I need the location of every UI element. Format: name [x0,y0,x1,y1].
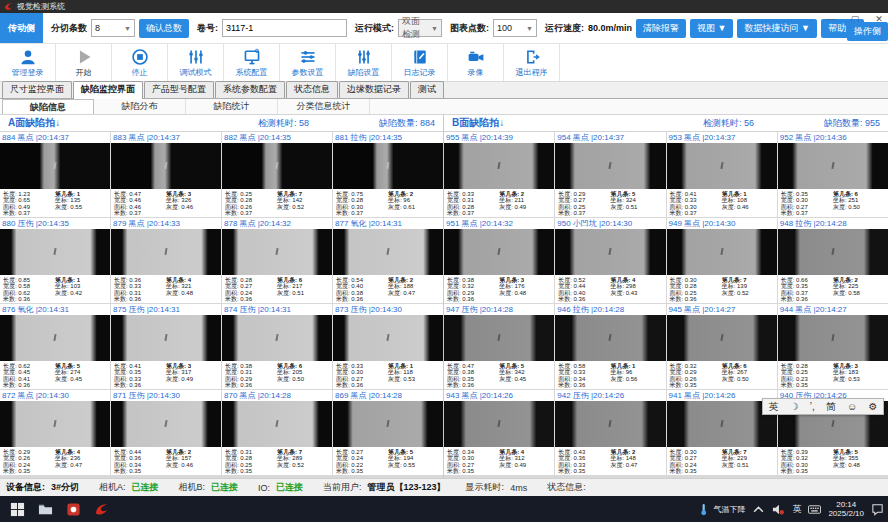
defect-card[interactable]: 872 黑点 |20:14:30长度: 0.29宽度: 0.26面积: 0.24… [0,390,110,475]
data-quick-access-button[interactable]: 数据快捷访问 ▼ [737,19,816,38]
defect-info-left: 长度: 0.28宽度: 0.27面积: 0.24米数: 0.36 [225,277,277,303]
start-button[interactable] [4,497,30,521]
defect-card[interactable]: 943 黑点 |20:14:26长度: 0.34宽度: 0.30面积: 0.27… [444,390,554,475]
clear-alarm-button[interactable]: 清除报警 [636,19,686,38]
action-sliders-v-button[interactable]: 缺陷设置 [336,44,392,81]
clock-widget[interactable]: 20:14 2025/2/10 [828,500,864,518]
minimize-button[interactable]: — [824,14,838,24]
tab-2[interactable]: 缺陷监控界面 [73,81,143,99]
defect-card[interactable]: 955 黑点 |20:14:39长度: 0.33宽度: 0.31面积: 0.28… [444,132,554,217]
action-label: 调试模式 [180,67,212,78]
weather-widget[interactable]: 气温下降 [697,503,745,516]
action-sliders-h-button[interactable]: 参数设置 [280,44,336,81]
tray-expand-icon[interactable] [752,503,765,516]
tab-6[interactable]: 边缘数据记录 [339,81,409,98]
drive-side-button[interactable]: 传动侧 [0,13,43,43]
app-icon-red-2[interactable] [88,497,114,521]
language-indicator[interactable]: 英 [792,503,801,516]
info-line: 宽度: 0.35 [114,369,166,376]
defect-card[interactable]: 951 黑点 |20:14:32长度: 0.38宽度: 0.32面积: 0.29… [444,218,554,303]
defect-card[interactable]: 953 黑点 |20:14:37长度: 0.41宽度: 0.33面积: 0.30… [667,132,777,217]
action-exit-button[interactable]: 退出程序 [504,44,560,81]
tab-3[interactable]: 产品型号配置 [144,81,214,98]
defect-card[interactable]: 874 压伤 |20:14:31长度: 0.38宽度: 0.31面积: 0.29… [222,304,332,389]
info-line: 米数: 0.37 [558,210,610,217]
view-menu-button[interactable]: 视图 ▼ [690,19,733,38]
tab-4[interactable]: 系统参数配置 [215,81,285,98]
volume-muted-icon[interactable] [772,503,785,516]
keyboard-icon[interactable] [808,503,821,516]
defect-card[interactable]: 941 黑点 |20:14:26长度: 0.30宽度: 0.27面积: 0.24… [667,390,777,475]
action-camera-button[interactable]: 录像 [448,44,504,81]
defect-card-header: 946 拉伤 |20:14:28 [555,304,665,315]
info-line: 第几条: 1 [55,277,107,284]
chart-points-select[interactable]: 100 ▼ [493,19,537,37]
ime-emoji-icon[interactable]: ☺ [847,401,857,412]
defect-card[interactable]: 875 压伤 |20:14:31长度: 0.41宽度: 0.35面积: 0.33… [111,304,221,389]
defect-card[interactable]: 871 压伤 |20:14:30长度: 0.44宽度: 0.36面积: 0.34… [111,390,221,475]
defect-card[interactable]: 882 黑点 |20:14:35长度: 0.25宽度: 0.28面积: 0.26… [222,132,332,217]
action-play-button[interactable]: 开始 [56,44,112,81]
defect-card[interactable]: 883 黑点 |20:14:37长度: 0.47宽度: 0.46面积: 0.46… [111,132,221,217]
tab-5[interactable]: 状态信息 [286,81,338,98]
info-line: 坐标: 96 [388,197,440,204]
defect-info-left: 长度: 0.85宽度: 0.58面积: 0.62米数: 0.36 [3,277,55,303]
subtab-2[interactable]: 缺陷分布 [94,99,186,114]
operator-side-button[interactable]: 操作侧 [847,22,888,41]
defect-card[interactable]: 948 拉伤 |20:14:28长度: 0.66宽度: 0.35面积: 0.37… [778,218,888,303]
ime-settings-gear-icon[interactable]: ⚙ [868,401,877,412]
info-line: 第几条: 3 [833,363,885,370]
defect-card[interactable]: 870 黑点 |20:14:28长度: 0.31宽度: 0.28面积: 0.25… [222,390,332,475]
defect-card[interactable]: 947 压伤 |20:14:28长度: 0.47宽度: 0.38面积: 0.35… [444,304,554,389]
subtab-3[interactable]: 缺陷统计 [186,99,278,114]
action-monitor-button[interactable]: 系统配置 [224,44,280,81]
info-line: 宽度: 0.45 [3,369,55,376]
defect-card[interactable]: 880 压伤 |20:14:35长度: 0.85宽度: 0.58面积: 0.62… [0,218,110,303]
defect-card[interactable]: 950 小凹坑 |20:14:30长度: 0.52宽度: 0.44面积: 0.4… [555,218,665,303]
defect-card[interactable]: 873 压伤 |20:14:30长度: 0.33宽度: 0.30面积: 0.27… [333,304,443,389]
panel-title[interactable]: B面缺陷拍↓ [452,116,504,130]
info-line: 坐标: 183 [833,369,885,376]
defect-card[interactable]: 869 黑点 |20:14:28长度: 0.27宽度: 0.24面积: 0.22… [333,390,443,475]
ime-fullhalf-moon-icon[interactable]: ☽ [790,401,799,412]
defect-card[interactable]: 949 黑点 |20:14:30长度: 0.30宽度: 0.28面积: 0.25… [667,218,777,303]
info-line: 宽度: 0.40 [336,283,388,290]
defect-card[interactable]: 952 黑点 |20:14:36长度: 0.35宽度: 0.30面积: 0.27… [778,132,888,217]
defect-card[interactable]: 881 拉伤 |20:14:35长度: 0.75宽度: 0.28面积: 0.30… [333,132,443,217]
action-debug-button[interactable]: 调试模式 [168,44,224,81]
info-line: 面积: 0.26 [670,376,722,383]
app-icon-red-1[interactable] [60,497,86,521]
defect-card[interactable]: 946 拉伤 |20:14:28长度: 0.58宽度: 0.33面积: 0.34… [555,304,665,389]
defect-card[interactable]: 945 黑点 |20:14:27长度: 0.32宽度: 0.29面积: 0.26… [667,304,777,389]
panel-title[interactable]: A面缺陷拍↓ [8,116,60,130]
tab-1[interactable]: 尺寸监控界面 [2,81,72,98]
defect-card[interactable]: 942 压伤 |20:14:26长度: 0.43宽度: 0.36面积: 0.33… [555,390,665,475]
file-explorer-icon[interactable] [32,497,58,521]
info-line: 坐标: 229 [722,455,774,462]
roll-number-input[interactable] [222,19,347,37]
defect-info-right: 第几条: 7坐标: 229灰度: 0.51 [722,449,774,475]
action-stop-button[interactable]: 停止 [112,44,168,81]
tab-7[interactable]: 测试 [410,81,444,98]
io-status: 已连接 [276,481,303,494]
defect-card[interactable]: 884 黑点 |20:14:37长度: 1.23宽度: 0.65面积: 0.49… [0,132,110,217]
action-user-button[interactable]: 管理登录 [0,44,56,81]
detect-time-value: 58 [299,118,309,128]
ime-lang-mode[interactable]: 英 [769,400,779,414]
notification-center-icon[interactable] [871,503,884,516]
defect-card[interactable]: 944 黑点 |20:14:27长度: 0.28宽度: 0.25面积: 0.23… [778,304,888,389]
defect-card[interactable]: 954 黑点 |20:14:37长度: 0.29宽度: 0.27面积: 0.25… [555,132,665,217]
subtab-1[interactable]: 缺陷信息 [2,99,94,114]
defect-card[interactable]: 876 氧化 |20:14:31长度: 0.62宽度: 0.45面积: 0.41… [0,304,110,389]
defect-card[interactable]: 877 氧化 |20:14:31长度: 0.54宽度: 0.40面积: 0.38… [333,218,443,303]
action-log-button[interactable]: 日志记录 [392,44,448,81]
info-line: 灰度: 0.53 [833,376,885,383]
subtab-4[interactable]: 分类信息统计 [278,99,370,114]
slit-count-select[interactable]: 8 ▼ [91,19,135,37]
defect-card[interactable]: 878 黑点 |20:14:32长度: 0.28宽度: 0.27面积: 0.24… [222,218,332,303]
ime-simplified-mode[interactable]: 简 [826,400,836,414]
ime-punctuation-icon[interactable]: ’, [810,401,815,412]
defect-card[interactable]: 879 黑点 |20:14:33长度: 0.36宽度: 0.33面积: 0.31… [111,218,221,303]
confirm-total-button[interactable]: 确认总数 [139,19,189,38]
run-mode-select[interactable]: 双面检测 ▼ [398,19,442,37]
